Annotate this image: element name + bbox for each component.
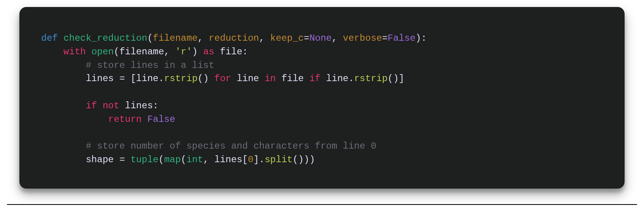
call: () [388,73,399,84]
call: () [293,154,304,165]
paren-open: ( [114,47,119,57]
builtin-int: int [187,154,203,165]
builtin-open: open [92,47,114,57]
bracket-close: ] [253,154,259,165]
equals: = [382,33,388,43]
call: () [197,73,209,84]
method-rstrip: rstrip [164,73,197,84]
iter-line: line [136,73,159,84]
dot: . [158,73,164,84]
string-mode: 'r' [175,47,192,57]
equals: = [114,154,130,165]
param-reduction: reduction [209,33,259,43]
bracket-open: [ [242,154,248,165]
var-lines: lines [215,154,242,165]
cond-var: line [326,73,349,84]
colon: : [153,101,158,111]
param-verbose: verbose [343,33,382,43]
var-lines: lines [86,73,114,84]
paren-close: ) [304,154,309,165]
paren-close: ) [192,47,197,57]
dot: . [259,154,265,165]
keyword-with: with [64,47,86,57]
keyword-as: as [203,47,215,57]
keyword-return: return [108,114,142,125]
comma: , [332,33,343,43]
method-rstrip: rstrip [354,73,388,84]
paren-open: ( [181,154,186,165]
paren-open: ( [158,154,164,165]
keyword-def: def [41,33,58,43]
keyword-if: if [86,101,97,111]
arg-filename: filename [119,47,164,57]
comma: , [259,33,270,43]
builtin-tuple: tuple [130,154,158,165]
method-split: split [265,154,293,165]
code-card: def check_reduction(filename, reduction,… [19,7,625,189]
iter-src: file [281,73,304,84]
keyword-if: if [309,73,320,84]
comma: , [164,47,175,57]
comment-lines: # store lines in a list [86,60,214,71]
code-block: def check_reduction(filename, reduction,… [19,7,625,182]
const-none: None [309,33,332,43]
equals: = [304,33,309,43]
comma: , [203,154,215,165]
keyword-in: in [265,73,276,84]
loop-var: line [237,73,259,84]
keyword-not: not [102,101,119,111]
index-zero: 0 [248,154,253,165]
comma: , [197,33,209,43]
comment-shape: # store number of species and characters… [86,141,376,151]
function-name: check_reduction [64,33,147,43]
colon: : [242,47,248,57]
bracket-open: [ [130,73,136,84]
dot: . [348,73,354,84]
param-keep-c: keep_c [270,33,304,43]
const-false: False [147,114,175,125]
keyword-for: for [215,73,231,84]
var-file: file [220,47,242,57]
paren-open: ( [147,33,153,43]
bracket-close: ] [399,73,404,84]
paren-close: ) [309,154,315,165]
var-lines: lines [125,101,153,111]
builtin-map: map [164,154,181,165]
var-shape: shape [86,154,114,165]
const-false: False [388,33,415,43]
param-filename: filename [153,33,197,43]
baseline-rule [7,204,637,205]
equals: = [114,73,130,84]
paren-close-colon: ): [415,33,427,43]
